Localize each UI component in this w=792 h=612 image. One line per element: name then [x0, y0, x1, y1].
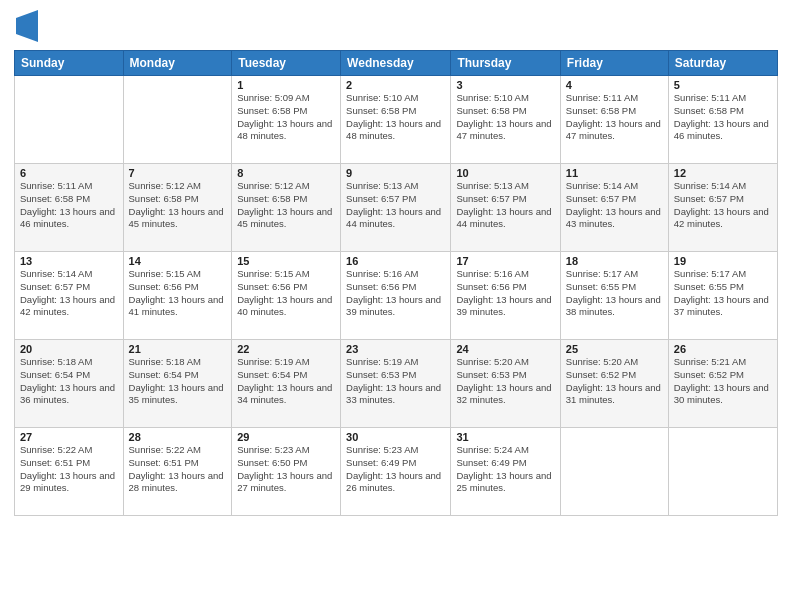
day-info: Sunrise: 5:11 AM Sunset: 6:58 PM Dayligh… [674, 92, 772, 143]
day-number: 20 [20, 343, 118, 355]
day-number: 7 [129, 167, 227, 179]
day-cell: 16Sunrise: 5:16 AM Sunset: 6:56 PM Dayli… [341, 252, 451, 340]
day-info: Sunrise: 5:16 AM Sunset: 6:56 PM Dayligh… [346, 268, 445, 319]
day-number: 12 [674, 167, 772, 179]
weekday-header-thursday: Thursday [451, 51, 560, 76]
week-row-3: 13Sunrise: 5:14 AM Sunset: 6:57 PM Dayli… [15, 252, 778, 340]
day-cell: 12Sunrise: 5:14 AM Sunset: 6:57 PM Dayli… [668, 164, 777, 252]
weekday-header-wednesday: Wednesday [341, 51, 451, 76]
weekday-header-friday: Friday [560, 51, 668, 76]
day-info: Sunrise: 5:15 AM Sunset: 6:56 PM Dayligh… [129, 268, 227, 319]
week-row-2: 6Sunrise: 5:11 AM Sunset: 6:58 PM Daylig… [15, 164, 778, 252]
day-cell [123, 76, 232, 164]
day-cell: 9Sunrise: 5:13 AM Sunset: 6:57 PM Daylig… [341, 164, 451, 252]
weekday-header-monday: Monday [123, 51, 232, 76]
day-info: Sunrise: 5:22 AM Sunset: 6:51 PM Dayligh… [129, 444, 227, 495]
day-info: Sunrise: 5:10 AM Sunset: 6:58 PM Dayligh… [346, 92, 445, 143]
day-info: Sunrise: 5:13 AM Sunset: 6:57 PM Dayligh… [346, 180, 445, 231]
day-cell: 17Sunrise: 5:16 AM Sunset: 6:56 PM Dayli… [451, 252, 560, 340]
week-row-1: 1Sunrise: 5:09 AM Sunset: 6:58 PM Daylig… [15, 76, 778, 164]
day-info: Sunrise: 5:23 AM Sunset: 6:50 PM Dayligh… [237, 444, 335, 495]
logo [14, 10, 38, 42]
day-cell: 30Sunrise: 5:23 AM Sunset: 6:49 PM Dayli… [341, 428, 451, 516]
day-cell: 27Sunrise: 5:22 AM Sunset: 6:51 PM Dayli… [15, 428, 124, 516]
day-cell: 28Sunrise: 5:22 AM Sunset: 6:51 PM Dayli… [123, 428, 232, 516]
day-cell: 6Sunrise: 5:11 AM Sunset: 6:58 PM Daylig… [15, 164, 124, 252]
day-info: Sunrise: 5:11 AM Sunset: 6:58 PM Dayligh… [20, 180, 118, 231]
day-cell: 5Sunrise: 5:11 AM Sunset: 6:58 PM Daylig… [668, 76, 777, 164]
day-number: 3 [456, 79, 554, 91]
day-info: Sunrise: 5:12 AM Sunset: 6:58 PM Dayligh… [237, 180, 335, 231]
day-number: 10 [456, 167, 554, 179]
day-cell: 15Sunrise: 5:15 AM Sunset: 6:56 PM Dayli… [232, 252, 341, 340]
day-info: Sunrise: 5:11 AM Sunset: 6:58 PM Dayligh… [566, 92, 663, 143]
week-row-4: 20Sunrise: 5:18 AM Sunset: 6:54 PM Dayli… [15, 340, 778, 428]
day-cell: 11Sunrise: 5:14 AM Sunset: 6:57 PM Dayli… [560, 164, 668, 252]
svg-marker-0 [16, 10, 38, 42]
day-cell: 20Sunrise: 5:18 AM Sunset: 6:54 PM Dayli… [15, 340, 124, 428]
day-cell: 29Sunrise: 5:23 AM Sunset: 6:50 PM Dayli… [232, 428, 341, 516]
day-cell: 8Sunrise: 5:12 AM Sunset: 6:58 PM Daylig… [232, 164, 341, 252]
day-cell: 18Sunrise: 5:17 AM Sunset: 6:55 PM Dayli… [560, 252, 668, 340]
day-info: Sunrise: 5:20 AM Sunset: 6:52 PM Dayligh… [566, 356, 663, 407]
day-info: Sunrise: 5:17 AM Sunset: 6:55 PM Dayligh… [566, 268, 663, 319]
day-info: Sunrise: 5:19 AM Sunset: 6:53 PM Dayligh… [346, 356, 445, 407]
day-info: Sunrise: 5:19 AM Sunset: 6:54 PM Dayligh… [237, 356, 335, 407]
day-number: 21 [129, 343, 227, 355]
day-info: Sunrise: 5:24 AM Sunset: 6:49 PM Dayligh… [456, 444, 554, 495]
day-info: Sunrise: 5:14 AM Sunset: 6:57 PM Dayligh… [566, 180, 663, 231]
day-cell: 23Sunrise: 5:19 AM Sunset: 6:53 PM Dayli… [341, 340, 451, 428]
page: SundayMondayTuesdayWednesdayThursdayFrid… [0, 0, 792, 612]
day-number: 28 [129, 431, 227, 443]
day-number: 26 [674, 343, 772, 355]
day-cell: 3Sunrise: 5:10 AM Sunset: 6:58 PM Daylig… [451, 76, 560, 164]
day-cell: 22Sunrise: 5:19 AM Sunset: 6:54 PM Dayli… [232, 340, 341, 428]
day-cell: 25Sunrise: 5:20 AM Sunset: 6:52 PM Dayli… [560, 340, 668, 428]
week-row-5: 27Sunrise: 5:22 AM Sunset: 6:51 PM Dayli… [15, 428, 778, 516]
day-cell [15, 76, 124, 164]
day-number: 19 [674, 255, 772, 267]
day-cell: 13Sunrise: 5:14 AM Sunset: 6:57 PM Dayli… [15, 252, 124, 340]
day-cell [668, 428, 777, 516]
day-number: 13 [20, 255, 118, 267]
day-number: 22 [237, 343, 335, 355]
day-info: Sunrise: 5:17 AM Sunset: 6:55 PM Dayligh… [674, 268, 772, 319]
day-cell: 21Sunrise: 5:18 AM Sunset: 6:54 PM Dayli… [123, 340, 232, 428]
day-number: 11 [566, 167, 663, 179]
day-cell [560, 428, 668, 516]
day-info: Sunrise: 5:09 AM Sunset: 6:58 PM Dayligh… [237, 92, 335, 143]
day-info: Sunrise: 5:15 AM Sunset: 6:56 PM Dayligh… [237, 268, 335, 319]
day-cell: 7Sunrise: 5:12 AM Sunset: 6:58 PM Daylig… [123, 164, 232, 252]
day-number: 8 [237, 167, 335, 179]
day-number: 9 [346, 167, 445, 179]
day-number: 14 [129, 255, 227, 267]
day-number: 16 [346, 255, 445, 267]
day-cell: 14Sunrise: 5:15 AM Sunset: 6:56 PM Dayli… [123, 252, 232, 340]
day-number: 29 [237, 431, 335, 443]
day-info: Sunrise: 5:14 AM Sunset: 6:57 PM Dayligh… [20, 268, 118, 319]
day-info: Sunrise: 5:23 AM Sunset: 6:49 PM Dayligh… [346, 444, 445, 495]
day-number: 30 [346, 431, 445, 443]
day-info: Sunrise: 5:16 AM Sunset: 6:56 PM Dayligh… [456, 268, 554, 319]
day-number: 5 [674, 79, 772, 91]
day-cell: 1Sunrise: 5:09 AM Sunset: 6:58 PM Daylig… [232, 76, 341, 164]
day-number: 1 [237, 79, 335, 91]
day-number: 25 [566, 343, 663, 355]
day-info: Sunrise: 5:14 AM Sunset: 6:57 PM Dayligh… [674, 180, 772, 231]
day-cell: 26Sunrise: 5:21 AM Sunset: 6:52 PM Dayli… [668, 340, 777, 428]
day-number: 27 [20, 431, 118, 443]
day-number: 24 [456, 343, 554, 355]
logo-icon [16, 10, 38, 42]
day-info: Sunrise: 5:21 AM Sunset: 6:52 PM Dayligh… [674, 356, 772, 407]
day-info: Sunrise: 5:22 AM Sunset: 6:51 PM Dayligh… [20, 444, 118, 495]
weekday-header-saturday: Saturday [668, 51, 777, 76]
day-info: Sunrise: 5:18 AM Sunset: 6:54 PM Dayligh… [129, 356, 227, 407]
calendar: SundayMondayTuesdayWednesdayThursdayFrid… [14, 50, 778, 516]
day-number: 2 [346, 79, 445, 91]
day-cell: 2Sunrise: 5:10 AM Sunset: 6:58 PM Daylig… [341, 76, 451, 164]
day-cell: 10Sunrise: 5:13 AM Sunset: 6:57 PM Dayli… [451, 164, 560, 252]
day-info: Sunrise: 5:18 AM Sunset: 6:54 PM Dayligh… [20, 356, 118, 407]
day-number: 15 [237, 255, 335, 267]
day-info: Sunrise: 5:10 AM Sunset: 6:58 PM Dayligh… [456, 92, 554, 143]
day-number: 17 [456, 255, 554, 267]
